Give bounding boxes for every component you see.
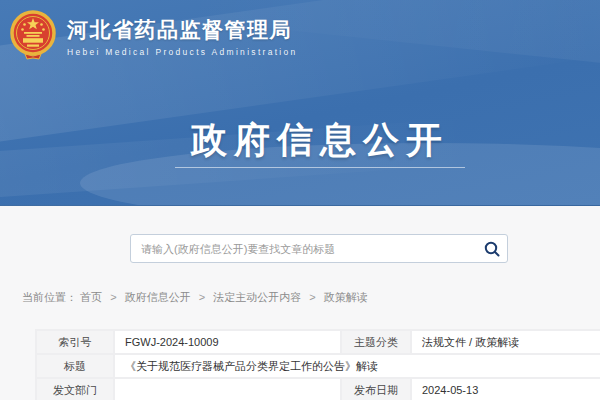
search-icon [483,240,501,258]
issuing-dept-value [114,378,341,400]
page-title: 政府信息公开 [0,116,600,165]
breadcrumb: 当前位置： 首页 > 政府信息公开 > 法定主动公开内容 > 政策解读 [22,290,368,305]
publish-date-value: 2024-05-13 [411,378,600,400]
breadcrumb-separator: > [110,291,116,303]
breadcrumb-item-home[interactable]: 首页 [80,291,102,303]
site-title: 河北省药品监督管理局 [67,16,298,44]
breadcrumb-separator: > [309,291,315,303]
table-row: 索引号 FGWJ-2024-10009 主题分类 法规文件 / 政策解读 [36,330,600,354]
index-number-value: FGWJ-2024-10009 [114,330,341,354]
topic-category-value: 法规文件 / 政策解读 [411,330,600,354]
hero-banner: 河北省药品监督管理局 Hebei Medical Products Admini… [0,0,600,206]
breadcrumb-item-gov-info[interactable]: 政府信息公开 [125,291,191,303]
title-label: 标题 [36,354,114,378]
breadcrumb-item-statutory-disclosure[interactable]: 法定主动公开内容 [213,291,301,303]
search-box [130,234,508,263]
publish-date-label: 发布日期 [341,378,411,400]
breadcrumb-item-policy-interpretation[interactable]: 政策解读 [324,291,368,303]
site-titles: 河北省药品监督管理局 Hebei Medical Products Admini… [67,16,298,57]
site-header: 河北省药品监督管理局 Hebei Medical Products Admini… [9,10,298,62]
issuing-dept-label: 发文部门 [36,378,114,400]
search-button[interactable] [479,235,505,262]
page-title-underline [175,167,465,168]
table-row: 标题 《关于规范医疗器械产品分类界定工作的公告》解读 [36,354,600,378]
breadcrumb-label: 当前位置： [22,291,77,303]
topic-category-label: 主题分类 [341,330,411,354]
national-emblem-icon [9,10,57,62]
breadcrumb-separator: > [199,291,205,303]
title-value: 《关于规范医疗器械产品分类界定工作的公告》解读 [114,354,600,378]
site-subtitle-en: Hebei Medical Products Administration [67,47,298,57]
search-input[interactable] [131,235,479,262]
document-info-table: 索引号 FGWJ-2024-10009 主题分类 法规文件 / 政策解读 标题 … [35,329,600,400]
index-number-label: 索引号 [36,330,114,354]
table-row: 发文部门 发布日期 2024-05-13 [36,378,600,400]
